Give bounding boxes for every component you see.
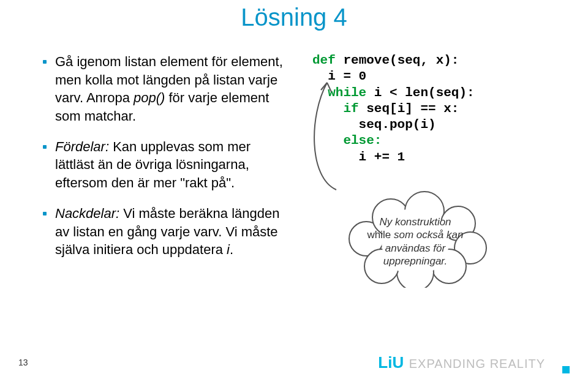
bullet-text: Fördelar: Kan upplevas som mer lättläst … (55, 138, 288, 192)
cloud-callout: Ny konstruktion while som också kan anvä… (336, 178, 495, 288)
corner-marker (562, 366, 570, 373)
list-item: Gå igenom listan element för element, me… (43, 53, 288, 125)
footer-logo: LiU EXPANDING REALITY (378, 353, 545, 372)
bullet-list: Gå igenom listan element för element, me… (43, 53, 288, 271)
page-title: Lösning 4 (0, 4, 588, 31)
list-item: Fördelar: Kan upplevas som mer lättläst … (43, 138, 288, 192)
bullet-icon (43, 212, 47, 215)
page-number: 13 (18, 358, 28, 367)
bullet-icon (43, 60, 47, 64)
bullet-text: Nackdelar: Vi måste beräkna längden av l… (55, 204, 288, 259)
cloud-text: Ny konstruktion while som också kan anvä… (354, 215, 477, 268)
bullet-icon (43, 145, 47, 149)
list-item: Nackdelar: Vi måste beräkna längden av l… (43, 204, 288, 259)
bullet-text: Gå igenom listan element för element, me… (55, 53, 288, 125)
